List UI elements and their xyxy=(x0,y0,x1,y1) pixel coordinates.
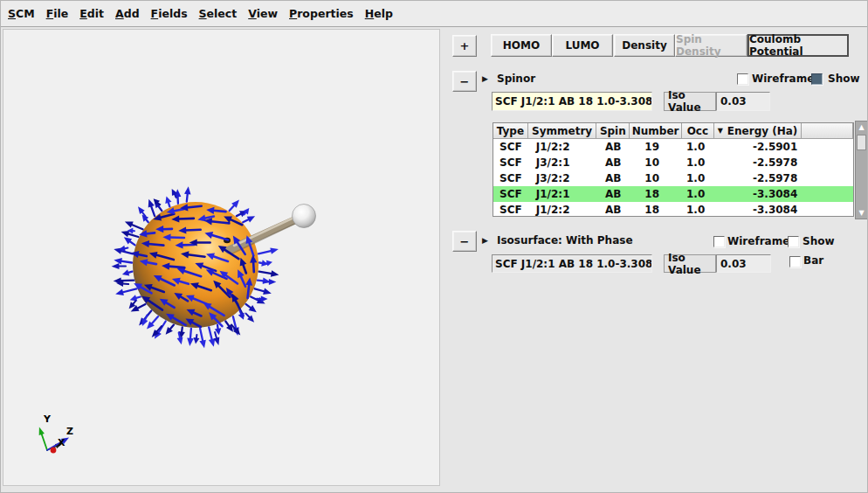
column-header-number[interactable]: Number xyxy=(630,123,682,139)
table-row[interactable]: SCFJ3/2:2AB101.0-2.5978 xyxy=(493,170,853,186)
column-header-spin[interactable]: Spin xyxy=(596,123,630,139)
tab-density[interactable]: Density xyxy=(614,34,675,57)
orbital-table[interactable]: Type Symmetry Spin Number Occ ▼ Energy (… xyxy=(493,122,854,217)
column-header-energy[interactable]: ▼ Energy (Ha) xyxy=(714,123,803,139)
isosurface-expand-icon[interactable]: ▶ xyxy=(482,236,488,245)
menu-fields[interactable]: Fields xyxy=(151,5,188,22)
isosurface-wireframe-label: Wireframe xyxy=(727,235,789,247)
menu-file[interactable]: File xyxy=(46,5,69,22)
column-header-blank xyxy=(802,123,853,139)
isosurface-wireframe-checkbox[interactable] xyxy=(713,236,725,247)
isosurface-show-label: Show xyxy=(803,235,835,247)
menu-add[interactable]: Add xyxy=(115,5,140,22)
menu-edit[interactable]: Edit xyxy=(79,5,104,22)
isosurface-collapse-button[interactable]: − xyxy=(452,231,477,252)
application-window: SCM File Edit Add Fields Select View Pro… xyxy=(0,0,868,493)
axis-y-label: Y xyxy=(43,413,52,425)
isosurface-iso-value-input[interactable]: 0.03 xyxy=(716,254,771,273)
sort-descending-icon: ▼ xyxy=(718,127,723,135)
spinor-show-checkbox[interactable] xyxy=(811,73,823,85)
spinor-wireframe-label: Wireframe xyxy=(752,73,814,85)
spinor-collapse-button[interactable]: − xyxy=(452,71,477,92)
molecule-canvas: Y Z X xyxy=(3,30,439,485)
column-header-type[interactable]: Type xyxy=(493,123,528,139)
isosurface-show-checkbox[interactable] xyxy=(788,236,799,247)
scrollbar-thumb[interactable] xyxy=(857,135,866,150)
menu-select[interactable]: Select xyxy=(199,5,238,22)
isosurface-bar-checkbox[interactable] xyxy=(789,256,801,267)
isosurface-orbital-text: SCF J1/2:1 AB 18 1.0 xyxy=(495,258,615,270)
menu-scm[interactable]: SCM xyxy=(8,5,35,22)
isosurface-selected-orbital-field[interactable]: SCF J1/2:1 AB 18 1.0 -3.308 xyxy=(492,254,652,273)
table-row-selected[interactable]: SCFJ1/2:1AB181.0-3.3084 xyxy=(493,186,853,202)
orbital-table-header: Type Symmetry Spin Number Occ ▼ Energy (… xyxy=(493,123,853,139)
menu-properties[interactable]: Properties xyxy=(289,5,354,22)
scroll-down-icon[interactable]: ▼ xyxy=(856,207,867,219)
spinor-iso-value-label: Iso Value xyxy=(664,92,716,111)
column-header-symmetry[interactable]: Symmetry xyxy=(528,123,597,139)
isosurface-section-title: Isosurface: With Phase xyxy=(497,234,633,246)
axis-z-label: Z xyxy=(66,426,73,437)
column-header-occ[interactable]: Occ xyxy=(682,123,714,139)
spinor-orbital-text: SCF J1/2:1 AB 18 1.0 xyxy=(495,95,615,108)
spinor-iso-value-input[interactable]: 0.03 xyxy=(716,92,770,111)
spinor-show-label: Show xyxy=(828,73,860,85)
hydrogen-atom xyxy=(293,205,316,228)
table-scrollbar[interactable]: ▲ ▼ xyxy=(855,121,868,219)
spinor-section-title: Spinor xyxy=(497,73,535,85)
tab-lumo[interactable]: LUMO xyxy=(552,34,613,57)
table-row[interactable]: SCFJ3/2:1AB101.0-2.5978 xyxy=(493,155,853,170)
scroll-up-icon[interactable]: ▲ xyxy=(856,122,867,133)
x-axis-dot xyxy=(51,448,57,454)
spinor-selected-orbital-field[interactable]: SCF J1/2:1 AB 18 1.0 -3.308 xyxy=(492,92,652,111)
isosurface-bar-label: Bar xyxy=(803,254,823,267)
tab-coulomb-potential[interactable]: Coulomb Potential xyxy=(747,34,849,57)
menu-view[interactable]: View xyxy=(248,5,278,22)
table-row[interactable]: SCFJ1/2:2AB191.0-2.5901 xyxy=(493,139,853,155)
molecule-3d-viewport[interactable]: Y Z X xyxy=(3,29,440,486)
axis-x-label: X xyxy=(58,437,65,448)
add-field-button[interactable]: + xyxy=(452,35,477,57)
isosurface-iso-value-label: Iso Value xyxy=(664,254,716,273)
isosurface-orbital-energy: -3.308 xyxy=(615,258,652,270)
spinor-orbital-energy: -3.308 xyxy=(615,95,652,108)
menu-bar: SCM File Edit Add Fields Select View Pro… xyxy=(1,1,867,27)
spinor-expand-icon[interactable]: ▶ xyxy=(482,74,488,83)
tab-spin-density: Spin Density xyxy=(675,34,747,57)
table-row[interactable]: SCFJ1/2:2AB181.0-3.3084 xyxy=(493,202,853,217)
spinor-wireframe-checkbox[interactable] xyxy=(737,73,748,85)
tab-homo[interactable]: HOMO xyxy=(491,34,552,57)
menu-help[interactable]: Help xyxy=(365,5,393,22)
